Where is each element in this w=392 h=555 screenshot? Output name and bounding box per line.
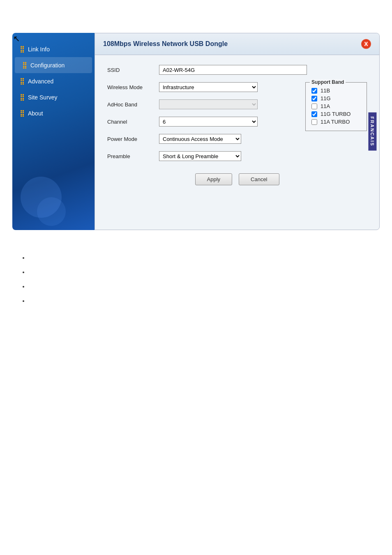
preamble-select[interactable]: Short & Long Preamble Long Preamble Shor… [159,151,241,161]
wireless-mode-section: Wireless Mode Infrastructure Ad-Hoc AdHo… [107,82,367,161]
support-band-11a: 11A [311,103,361,109]
support-band-11g: 11G [311,95,361,101]
button-row: Apply Cancel [107,173,367,193]
support-band-11b: 11B [311,88,361,94]
wireless-left-fields: Wireless Mode Infrastructure Ad-Hoc AdHo… [107,82,295,161]
francais-tab[interactable]: FRANCAIS [369,113,377,151]
power-mode-select[interactable]: Continuous Access Mode Fast PSP MAX PSP [159,134,241,144]
panel-title: 108Mbps Wireless Network USB Dongle [103,40,228,48]
sidebar-item-link-info[interactable]: ⣿ Link Info [12,41,95,57]
sidebar-item-label: Link Info [28,46,50,53]
channel-row: Channel 6 [107,117,295,127]
power-mode-label: Power Mode [107,136,152,142]
sidebar-item-label: About [28,110,43,117]
bullet-item-3 [29,283,380,290]
sidebar-item-advanced[interactable]: ⣿ Advanced [12,73,95,89]
panel-header: 108Mbps Wireless Network USB Dongle X [95,33,379,55]
ssid-row: SSID [107,65,367,75]
sidebar-item-label: Configuration [30,62,65,69]
sidebar-item-site-survey[interactable]: ⣿ Site Survey [12,89,95,105]
adhoc-band-label: AdHoc Band [107,101,152,108]
power-mode-row: Power Mode Continuous Access Mode Fast P… [107,134,295,144]
bullet-item-1 [29,255,380,261]
channel-select[interactable]: 6 [159,117,258,127]
wireless-mode-label: Wireless Mode [107,84,152,90]
support-band-11g-checkbox[interactable] [311,96,317,101]
channel-label: Channel [107,119,152,125]
ssid-input[interactable] [159,65,307,75]
preamble-row: Preamble Short & Long Preamble Long Prea… [107,151,295,161]
about-icon: ⣿ [20,109,25,117]
support-band-11g-turbo-label: 11G TURBO [321,111,350,117]
support-band-section: Support Band 11B 11G 11A [305,82,367,131]
bullet-list [12,255,380,304]
support-band-11a-label: 11A [321,103,330,109]
support-band-11a-checkbox[interactable] [311,104,317,109]
support-band-11a-turbo: 11A TURBO [311,119,361,125]
bullet-item-4 [29,298,380,304]
wireless-mode-select[interactable]: Infrastructure Ad-Hoc [159,82,258,92]
adhoc-band-select[interactable] [159,99,258,109]
ssid-label: SSID [107,67,152,73]
cancel-button[interactable]: Cancel [239,173,279,185]
sidebar: ⣿ Link Info ⣿ Configuration ⣿ Advanced ⣿… [12,33,95,230]
support-band-11g-label: 11G [321,95,331,101]
apply-button[interactable]: Apply [195,173,233,185]
support-band-11g-turbo-checkbox[interactable] [311,111,317,117]
sidebar-item-about[interactable]: ⣿ About [12,105,95,121]
support-band-11g-turbo: 11G TURBO [311,111,361,117]
sidebar-item-label: Advanced [28,78,53,85]
panel-content: SSID Wireless Mode Infrastructure [95,55,379,203]
support-band-11b-checkbox[interactable] [311,88,317,94]
configuration-icon: ⣿ [22,61,27,69]
advanced-icon: ⣿ [20,77,25,85]
wireless-mode-row: Wireless Mode Infrastructure Ad-Hoc [107,82,295,92]
support-band-11a-turbo-label: 11A TURBO [321,119,350,125]
support-band-11a-turbo-checkbox[interactable] [311,119,317,125]
sidebar-item-configuration[interactable]: ⣿ Configuration [15,57,92,73]
link-info-icon: ⣿ [20,45,25,53]
bullet-item-2 [29,269,380,275]
adhoc-band-row: AdHoc Band [107,99,295,109]
support-band-11b-label: 11B [321,88,330,94]
main-panel: 108Mbps Wireless Network USB Dongle X SS… [95,33,380,230]
close-button[interactable]: X [361,39,371,49]
site-survey-icon: ⣿ [20,93,25,101]
preamble-label: Preamble [107,153,152,159]
sidebar-item-label: Site Survey [28,94,58,101]
support-band-legend: Support Band [310,79,346,85]
